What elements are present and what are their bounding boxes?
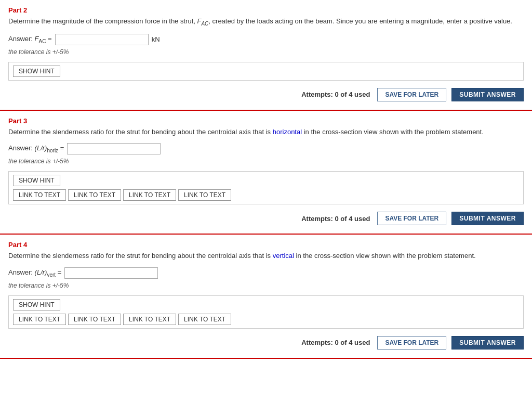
part4-hint-area: SHOW HINT LINK TO TEXT LINK TO TEXT LINK… xyxy=(8,295,524,329)
part3-section: Part 3 Determine the slenderness ratio f… xyxy=(0,111,532,235)
part2-bottom-row: Attempts: 0 of 4 used SAVE FOR LATER SUB… xyxy=(8,88,524,101)
part2-description: Determine the magnitude of the compressi… xyxy=(8,16,524,28)
part4-answer-input[interactable] xyxy=(64,267,158,279)
part4-title: Part 4 xyxy=(8,241,524,249)
part4-section: Part 4 Determine the slenderness ratio f… xyxy=(0,235,532,359)
part2-answer-input[interactable] xyxy=(55,34,149,45)
part4-answer-row: Answer: (L/r)vert = xyxy=(8,267,524,279)
part3-description: Determine the slenderness ratio for the … xyxy=(8,127,524,137)
part3-save-button[interactable]: SAVE FOR LATER xyxy=(377,212,446,225)
part4-link-row: LINK TO TEXT LINK TO TEXT LINK TO TEXT L… xyxy=(13,314,519,325)
part3-attempts: Attempts: 0 of 4 used xyxy=(301,215,370,223)
part4-description: Determine the slenderness ratio for the … xyxy=(8,251,524,261)
part4-save-button[interactable]: SAVE FOR LATER xyxy=(377,336,446,350)
part3-link-row: LINK TO TEXT LINK TO TEXT LINK TO TEXT L… xyxy=(13,189,519,201)
part2-hint-area: SHOW HINT xyxy=(8,62,524,81)
part3-tolerance: the tolerance is +/-5% xyxy=(8,158,524,165)
part3-submit-button[interactable]: SUBMIT ANSWER xyxy=(451,212,524,225)
part4-bottom-row: Attempts: 0 of 4 used SAVE FOR LATER SUB… xyxy=(8,336,524,350)
part3-answer-label: Answer: (L/r)horiz = xyxy=(8,144,64,153)
part2-unit: kN xyxy=(152,35,160,43)
part2-submit-button[interactable]: SUBMIT ANSWER xyxy=(451,88,524,101)
part2-formula: FAC xyxy=(197,17,208,25)
part2-answer-label: Answer: FAC = xyxy=(8,35,52,44)
part4-tolerance: the tolerance is +/-5% xyxy=(8,282,524,289)
part2-show-hint-button[interactable]: SHOW HINT xyxy=(13,66,60,77)
part3-title: Part 3 xyxy=(8,117,524,125)
part2-section: Part 2 Determine the magnitude of the co… xyxy=(0,0,532,111)
part4-link-text-1[interactable]: LINK TO TEXT xyxy=(13,314,66,325)
part3-keyword: horizontal xyxy=(273,128,302,136)
part3-link-text-3[interactable]: LINK TO TEXT xyxy=(123,189,176,201)
part3-bottom-row: Attempts: 0 of 4 used SAVE FOR LATER SUB… xyxy=(8,212,524,225)
part3-link-text-4[interactable]: LINK TO TEXT xyxy=(178,189,231,201)
part2-answer-row: Answer: FAC = kN xyxy=(8,34,524,45)
part4-link-text-4[interactable]: LINK TO TEXT xyxy=(178,314,231,325)
part4-show-hint-button[interactable]: SHOW HINT xyxy=(13,299,60,310)
part3-link-text-1[interactable]: LINK TO TEXT xyxy=(13,189,66,201)
part3-answer-row: Answer: (L/r)horiz = xyxy=(8,143,524,154)
part4-keyword: vertical xyxy=(273,252,294,260)
part4-answer-label: Answer: (L/r)vert = xyxy=(8,268,61,278)
part2-tolerance: the tolerance is +/-5% xyxy=(8,48,524,56)
part3-answer-input[interactable] xyxy=(67,143,161,154)
part4-submit-button[interactable]: SUBMIT ANSWER xyxy=(451,336,524,350)
part4-attempts: Attempts: 0 of 4 used xyxy=(301,339,370,346)
part2-save-button[interactable]: SAVE FOR LATER xyxy=(377,88,446,101)
part3-show-hint-button[interactable]: SHOW HINT xyxy=(13,175,60,186)
part2-title: Part 2 xyxy=(8,6,524,14)
part4-link-text-2[interactable]: LINK TO TEXT xyxy=(68,314,121,325)
part3-link-text-2[interactable]: LINK TO TEXT xyxy=(68,189,121,201)
part3-hint-area: SHOW HINT LINK TO TEXT LINK TO TEXT LINK… xyxy=(8,171,524,204)
part4-link-text-3[interactable]: LINK TO TEXT xyxy=(123,314,176,325)
part2-attempts: Attempts: 0 of 4 used xyxy=(301,90,370,98)
